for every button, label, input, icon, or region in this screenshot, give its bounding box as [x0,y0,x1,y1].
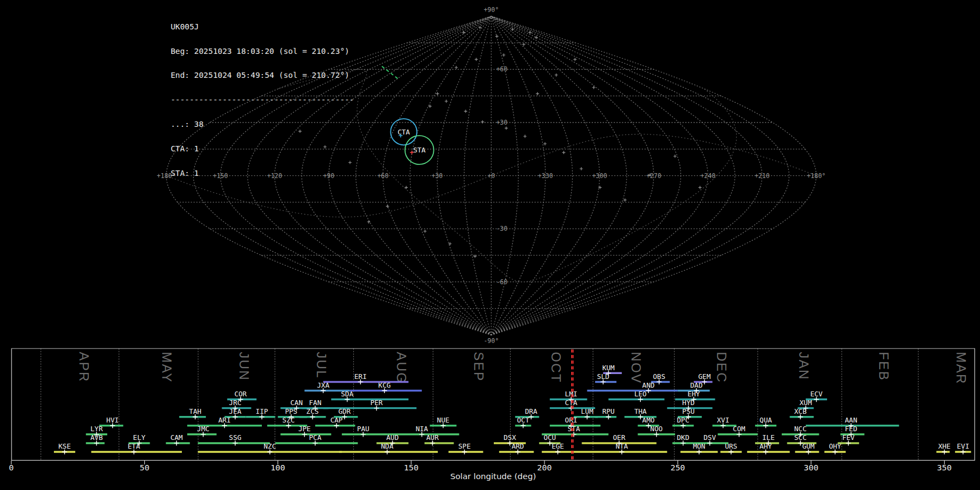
shower-label-XVI: XVI [717,416,730,424]
equator-label: +60 [377,172,389,180]
shower-label-PSU: PSU [682,407,695,415]
shower-label-EGE: EGE [552,442,564,450]
shower-label-DPC: DPC [677,416,689,424]
shower-label-RPU: RPU [602,407,615,415]
shower-label-JRC: JRC [229,399,242,407]
shower-label-XHE: XHE [938,442,951,450]
sporadic-meteor-mark [502,53,505,57]
sporadic-meteor-mark [436,92,439,95]
radiant-map-screen: +90°-90°+180°+150+120+90+60+30+0+330+300… [0,0,980,490]
sporadic-meteor-mark [623,198,627,201]
sporadic-meteor-mark [699,186,702,189]
sporadic-meteor-mark [511,28,514,31]
shower-label-AUD: AUD [387,433,399,442]
shower-label-FEV: FEV [842,433,855,442]
sporadic-meteor-mark [367,220,370,224]
sporadic-meteor-mark [535,36,538,39]
month-label-SEP: SEP [471,352,486,382]
sporadic-meteor-mark [523,134,526,138]
shower-label-NIA: NIA [415,425,428,433]
shower-label-ARD: ARD [512,442,524,450]
sporadic-meteor-mark [529,31,532,34]
shower-label-COM: COM [733,425,745,433]
shower-label-PAU: PAU [357,425,370,433]
sporadic-meteor-mark [475,58,478,61]
shower-label-CAN: CAN [290,399,303,407]
sporadic-meteor-mark [592,86,596,89]
shower-label-ARI: ARI [218,416,231,424]
shower-label-DKD: DKD [677,433,689,442]
shower-label-ERI: ERI [354,372,367,381]
shower-label-LUM: LUM [581,407,593,415]
sporadic-meteor-mark [543,142,547,145]
shower-label-ORI: ORI [565,416,578,424]
shower-label-URS: URS [725,442,737,450]
sporadic-meteor-mark [673,155,677,158]
shower-label-MON: MON [693,442,706,450]
shower-label-XUM: XUM [800,399,812,407]
month-label-MAR: MAR [954,352,969,384]
shower-label-THA: THA [634,407,647,415]
sky-map: +90°-90°+180°+150+120+90+60+30+0+330+300… [0,0,980,348]
count-sporadic: ...: 38 [170,120,354,128]
shower-label-FAN: FAN [309,399,322,407]
equator-label: +330 [538,172,553,180]
shower-label-NZC: NZC [264,442,276,450]
shower-label-DSV: DSV [703,433,716,442]
separator: --------------------------------------- [170,96,354,104]
shower-label-CAM: CAM [170,433,183,442]
shower-label-OCU: OCU [543,433,556,442]
x-tick-label-200: 200 [537,463,552,473]
shower-label-EHY: EHY [688,390,700,398]
sporadic-meteor-mark [424,230,427,233]
shower-label-NTA: NTA [616,442,628,450]
radiant-label-STA: STA [413,146,426,154]
shower-label-PCA: PCA [309,433,322,442]
shower-label-OHY: OHY [829,442,841,450]
shower-label-SLD: SLD [597,372,609,381]
sporadic-meteor-mark [522,43,525,46]
pole-label-north: +90° [483,6,499,14]
month-label-OCT: OCT [549,352,564,383]
shower-label-OER: OER [613,433,626,442]
shower-label-GEM: GEM [698,372,710,381]
month-label-AUG: AUG [394,352,409,384]
shower-label-GUM: GUM [802,442,814,450]
shower-label-ETA: ETA [128,442,140,450]
sporadic-meteor-mark [455,66,458,69]
shower-label-NDA: NDA [381,442,394,450]
shower-label-LYR: LYR [90,425,103,433]
shower-label-SDA: SDA [341,390,353,398]
shower-label-EVI: EVI [957,442,969,450]
sporadic-meteor-mark [481,120,484,124]
shower-label-DSX: DSX [504,433,516,442]
shower-label-JEA: JEA [229,407,242,415]
shower-label-NCC: NCC [794,425,807,433]
shower-label-CAP: CAP [330,416,343,424]
grid-meridian [491,16,735,335]
shower-label-SPE: SPE [458,442,471,450]
shower-label-KUM: KUM [602,364,615,372]
shower-label-KSE: KSE [58,442,71,450]
shower-label-AND: AND [642,381,655,389]
shower-label-JMC: JMC [197,425,210,433]
month-label-NOV: NOV [629,352,644,384]
radiant-label-CTA: CTA [397,128,410,136]
shower-label-ILE: ILE [762,433,775,442]
session-begin: Beg: 20251023 18:03:20 (sol = 210.23°) [170,47,354,55]
equator-label: +0 [487,172,495,180]
sporadic-meteor-mark [580,167,583,170]
shower-label-JPE: JPE [298,425,311,433]
x-tick-label-300: 300 [804,463,818,473]
shower-label-ELY: ELY [133,433,145,442]
shower-label-JXA: JXA [317,381,329,389]
shower-label-AAN: AAN [845,416,857,424]
shower-label-DRA: DRA [525,407,537,415]
sporadic-meteor-mark [464,109,467,113]
latitude-label: +30 [496,119,507,126]
equator-label: +240 [700,172,715,180]
month-label-MAY: MAY [160,352,174,383]
month-label-DEC: DEC [714,352,729,383]
sporadic-meteor-mark [445,100,448,103]
equator-label: +180° [807,172,826,180]
